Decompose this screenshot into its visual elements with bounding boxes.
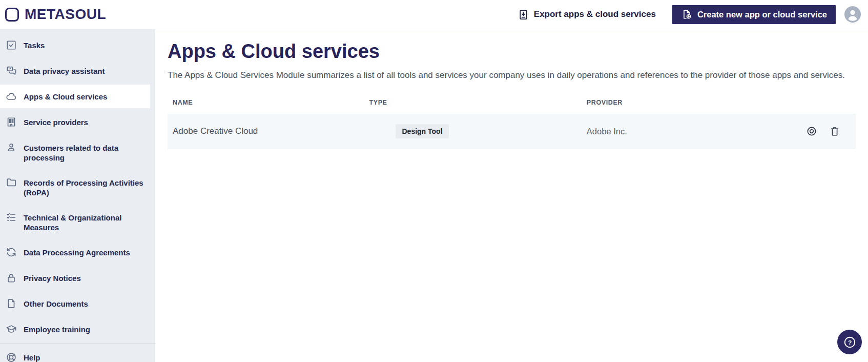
tasks-checkbox-icon: [6, 39, 17, 51]
create-app-button[interactable]: Create new app or cloud service: [672, 5, 836, 24]
type-badge: Design Tool: [396, 124, 448, 138]
main-content: Apps & Cloud services The Apps & Cloud S…: [155, 29, 868, 362]
building-icon: [6, 116, 17, 128]
folder-icon: [6, 177, 17, 188]
help-floating-button[interactable]: ?: [837, 330, 862, 354]
sidebar-nav: Tasks ? Data privacy assistant Apps & Cl…: [0, 33, 155, 343]
checklist-icon: [6, 212, 17, 223]
sync-arrows-icon: [6, 247, 17, 258]
person-icon: [6, 142, 17, 153]
brand-logo: METASOUL: [5, 6, 106, 23]
sidebar: Tasks ? Data privacy assistant Apps & Cl…: [0, 29, 155, 362]
table-body: Adobe Creative Cloud Design Tool Adobe I…: [168, 114, 856, 149]
file-plus-icon: [681, 9, 692, 20]
svg-text:?: ?: [9, 67, 11, 71]
column-header-actions: [772, 99, 856, 106]
page-title: Apps & Cloud services: [168, 41, 856, 63]
column-header-name: NAME: [168, 99, 369, 106]
sidebar-item-data-processing-agreements[interactable]: Data Processing Agreements: [0, 240, 155, 264]
view-eye-icon[interactable]: [806, 126, 817, 137]
brand-name: METASOUL: [25, 6, 106, 23]
page-description: The Apps & Cloud Services Module summari…: [168, 70, 856, 81]
sidebar-item-other-documents[interactable]: Other Documents: [0, 292, 155, 315]
export-apps-button-label: Export apps & cloud services: [534, 9, 656, 19]
provider-name: Adobe Inc.: [587, 127, 773, 136]
sidebar-item-customers-related-to-data-processing[interactable]: Customers related to data processing: [0, 136, 155, 169]
lifebuoy-icon: [6, 352, 17, 362]
sidebar-item-help[interactable]: Help: [0, 344, 155, 362]
app-name: Adobe Creative Cloud: [168, 126, 369, 136]
column-header-type: TYPE: [369, 99, 586, 106]
sidebar-item-apps-cloud-services[interactable]: Apps & Cloud services: [0, 85, 150, 108]
question-mark-icon: ?: [843, 335, 857, 349]
sidebar-item-data-privacy-assistant[interactable]: ? Data privacy assistant: [0, 59, 155, 83]
user-avatar-button[interactable]: [844, 6, 861, 23]
svg-text:?: ?: [848, 338, 851, 346]
sidebar-item-tasks[interactable]: Tasks: [0, 33, 155, 57]
sidebar-item-technical-organizational-measures[interactable]: Technical & Organizational Measures: [0, 206, 155, 238]
export-document-icon: [518, 9, 529, 21]
column-header-provider: PROVIDER: [587, 99, 773, 106]
document-icon: [6, 298, 17, 309]
rounded-square-logo-icon: [5, 8, 19, 22]
create-app-button-label: Create new app or cloud service: [697, 10, 827, 19]
top-bar: METASOUL Export apps & cloud services Cr…: [0, 0, 868, 29]
cloud-icon: [6, 91, 17, 102]
sidebar-item-records-of-processing-activities-ropa[interactable]: Records of Processing Activities (RoPA): [0, 171, 155, 204]
lock-icon: [6, 272, 17, 284]
export-apps-button[interactable]: Export apps & cloud services: [518, 9, 656, 21]
sidebar-item-employee-training[interactable]: Employee training: [0, 317, 155, 341]
chat-question-icon: ?: [6, 65, 17, 76]
sidebar-footer: Help: [0, 344, 155, 362]
table-header: NAME TYPE PROVIDER: [168, 99, 856, 114]
user-avatar-icon: [844, 6, 861, 23]
sidebar-item-service-providers[interactable]: Service providers: [0, 110, 155, 134]
table-row: Adobe Creative Cloud Design Tool Adobe I…: [168, 114, 856, 149]
graduation-cap-icon: [6, 324, 17, 335]
sidebar-item-privacy-notices[interactable]: Privacy Notices: [0, 266, 155, 290]
delete-trash-icon[interactable]: [829, 126, 840, 137]
